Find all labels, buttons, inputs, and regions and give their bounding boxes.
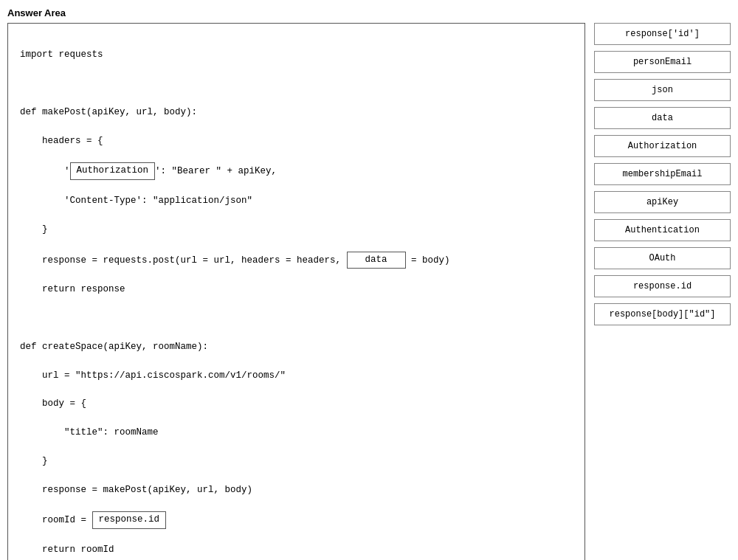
code-line: roomId = response.id	[20, 511, 573, 528]
sidebar-btn-api-key[interactable]: apiKey	[594, 191, 731, 213]
data-inline-box: data	[347, 252, 406, 269]
code-line	[20, 311, 573, 325]
code-line: 'Authorization': "Bearer " + apiKey,	[20, 162, 573, 179]
sidebar-btn-authentication[interactable]: Authentication	[594, 219, 731, 241]
code-line: "title": roomName	[20, 426, 573, 440]
code-line: response = requests.post(url = url, head…	[20, 252, 573, 269]
response-id-inline-box: response.id	[92, 511, 167, 528]
main-container: import requests def makePost(apiKey, url…	[7, 23, 731, 560]
code-line: body = {	[20, 397, 573, 411]
answer-area-label: Answer Area	[7, 7, 731, 18]
code-line: return roomId	[20, 543, 573, 557]
sidebar-btn-data[interactable]: data	[594, 107, 731, 129]
sidebar-btn-authorization[interactable]: Authorization	[594, 135, 731, 157]
code-line: def makePost(apiKey, url, body):	[20, 106, 573, 120]
code-line: url = "https://api.ciscospark.com/v1/roo…	[20, 369, 573, 383]
sidebar-btn-response-body-id[interactable]: response[body]["id"]	[594, 303, 731, 325]
sidebar: response['id'] personEmail json data Aut…	[594, 23, 731, 325]
sidebar-btn-membership-email[interactable]: membershipEmail	[594, 163, 731, 185]
code-content: import requests def makePost(apiKey, url…	[20, 34, 573, 560]
code-line	[20, 77, 573, 91]
code-line: response = makePost(apiKey, url, body)	[20, 483, 573, 497]
code-line: import requests	[20, 48, 573, 62]
code-line: headers = {	[20, 134, 573, 148]
code-line: return response	[20, 283, 573, 297]
sidebar-btn-oauth[interactable]: OAuth	[594, 247, 731, 269]
code-panel: import requests def makePost(apiKey, url…	[7, 23, 585, 560]
sidebar-btn-response-id[interactable]: response.id	[594, 275, 731, 297]
sidebar-btn-person-email[interactable]: personEmail	[594, 51, 731, 73]
code-line: }	[20, 223, 573, 237]
code-line: 'Content-Type': "application/json"	[20, 194, 573, 208]
code-line: }	[20, 454, 573, 469]
code-line: def createSpace(apiKey, roomName):	[20, 340, 573, 354]
sidebar-btn-json[interactable]: json	[594, 79, 731, 101]
authorization-inline-box: Authorization	[70, 162, 156, 179]
sidebar-btn-response-id-bracket[interactable]: response['id']	[594, 23, 731, 45]
